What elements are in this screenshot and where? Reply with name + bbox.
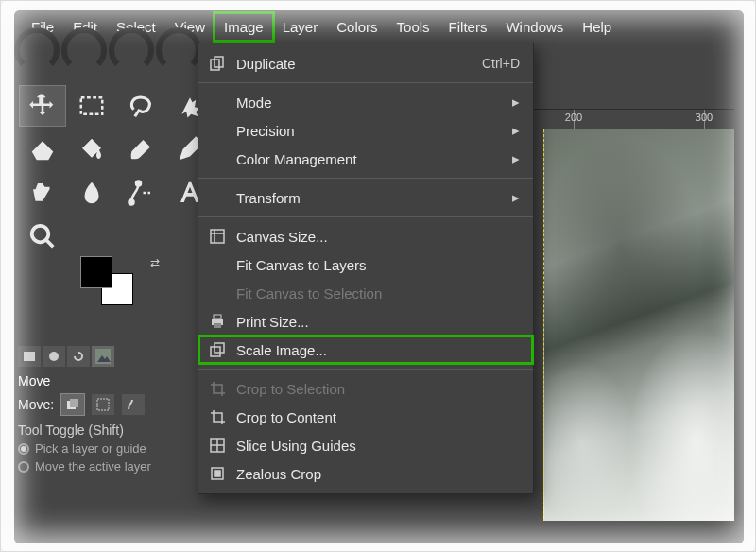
- radio-move-active[interactable]: Move the active layer: [18, 459, 207, 474]
- move-mode-path[interactable]: [122, 394, 145, 415]
- svg-rect-9: [70, 399, 78, 407]
- tool-free-select[interactable]: [118, 86, 163, 126]
- tool-rect-select[interactable]: [69, 86, 114, 126]
- svg-rect-13: [211, 230, 224, 243]
- menu-mode-label: Mode: [236, 95, 503, 111]
- menu-separator: [198, 216, 533, 217]
- tool-zoom[interactable]: [20, 216, 65, 256]
- menu-separator: [198, 178, 533, 179]
- tool-options-title: Move: [18, 373, 207, 388]
- menu-scale-image[interactable]: Scale Image...: [198, 336, 533, 364]
- menu-filters[interactable]: Filters: [439, 13, 497, 41]
- menu-windows[interactable]: Windows: [496, 13, 573, 41]
- menu-help[interactable]: Help: [573, 13, 621, 41]
- menu-separator: [198, 369, 533, 370]
- menu-transform[interactable]: Transform ▸: [198, 183, 533, 212]
- menu-image[interactable]: Image: [215, 13, 273, 41]
- menu-layer[interactable]: Layer: [273, 13, 328, 41]
- menu-duplicate-accel: Ctrl+D: [482, 56, 520, 71]
- svg-rect-17: [211, 347, 220, 356]
- menu-slice-guides[interactable]: Slice Using Guides: [198, 431, 533, 459]
- tool-clone[interactable]: [20, 173, 65, 213]
- chevron-right-icon: ▸: [512, 189, 520, 206]
- menu-fit-canvas-selection-label: Fit Canvas to Selection: [236, 285, 520, 302]
- move-mode-layer[interactable]: [61, 394, 84, 415]
- svg-rect-4: [24, 352, 35, 361]
- menu-fit-canvas-layers[interactable]: Fit Canvas to Layers: [198, 250, 533, 279]
- scale-icon: [208, 340, 227, 359]
- svg-point-1: [129, 200, 134, 205]
- wilber-decoration: [20, 46, 205, 82]
- radio-pick-layer-label: Pick a layer or guide: [35, 441, 146, 456]
- chevron-right-icon: ▸: [512, 122, 520, 139]
- svg-rect-18: [215, 343, 224, 353]
- dock-tab-device[interactable]: [43, 346, 65, 367]
- slice-icon: [208, 436, 227, 455]
- menu-separator: [198, 82, 533, 83]
- tool-paintbrush[interactable]: [118, 129, 163, 169]
- color-swatches[interactable]: ⇄: [80, 256, 146, 307]
- menu-mode[interactable]: Mode ▸: [198, 88, 533, 116]
- menu-tools[interactable]: Tools: [387, 13, 439, 41]
- svg-rect-16: [214, 323, 221, 328]
- dock-tab-tool-options[interactable]: [18, 346, 41, 367]
- menu-duplicate[interactable]: Duplicate Ctrl+D: [198, 49, 533, 78]
- menu-colors[interactable]: Colors: [327, 13, 387, 41]
- menu-fit-canvas-selection: Fit Canvas to Selection: [198, 279, 533, 307]
- ruler-tick-300: 300: [696, 112, 713, 123]
- menu-print-size[interactable]: Print Size...: [198, 307, 533, 336]
- print-icon: [208, 312, 227, 331]
- zealous-crop-icon: [208, 464, 227, 483]
- swatch-fg[interactable]: [80, 256, 112, 288]
- tool-smudge[interactable]: [69, 173, 114, 213]
- menu-crop-selection-label: Crop to Selection: [236, 381, 520, 397]
- canvas-size-icon: [208, 227, 227, 246]
- menu-zealous-crop-label: Zealous Crop: [236, 466, 520, 482]
- menu-canvas-size[interactable]: Canvas Size...: [198, 222, 533, 250]
- menu-fit-canvas-layers-label: Fit Canvas to Layers: [236, 257, 520, 273]
- menu-slice-guides-label: Slice Using Guides: [236, 438, 520, 454]
- radio-move-active-label: Move the active layer: [35, 459, 151, 474]
- menu-duplicate-label: Duplicate: [236, 56, 472, 72]
- radio-pick-layer[interactable]: Pick a layer or guide: [18, 441, 207, 456]
- svg-point-3: [32, 226, 49, 243]
- dock-tab-undo[interactable]: [67, 346, 90, 367]
- menu-scale-image-label: Scale Image...: [236, 342, 520, 358]
- tool-crop[interactable]: [20, 129, 65, 169]
- swap-colors-icon[interactable]: ⇄: [150, 256, 160, 269]
- svg-rect-0: [81, 97, 103, 114]
- menu-color-management-label: Color Management: [236, 151, 503, 167]
- move-mode-selection[interactable]: [92, 394, 114, 415]
- menu-crop-content[interactable]: Crop to Content: [198, 403, 533, 431]
- toolbox: [20, 86, 209, 256]
- chevron-right-icon: ▸: [512, 94, 520, 111]
- move-label: Move:: [18, 397, 54, 412]
- duplicate-icon: [208, 54, 227, 73]
- menu-precision[interactable]: Precision ▸: [198, 116, 533, 145]
- ruler-tick-200: 200: [565, 112, 582, 123]
- chevron-right-icon: ▸: [512, 150, 520, 167]
- menu-crop-selection: Crop to Selection: [198, 374, 533, 403]
- svg-point-2: [136, 181, 141, 186]
- menu-crop-content-label: Crop to Content: [236, 409, 520, 425]
- menu-transform-label: Transform: [236, 190, 503, 206]
- tool-options-dock: Move Move: Tool Toggle (Shift) Pick a la…: [18, 345, 207, 474]
- menu-canvas-size-label: Canvas Size...: [236, 229, 520, 245]
- svg-point-5: [49, 352, 59, 361]
- image-menu-dropdown: Duplicate Ctrl+D Mode ▸ Precision ▸ Colo…: [198, 43, 534, 494]
- menu-precision-label: Precision: [236, 123, 503, 139]
- menu-print-size-label: Print Size...: [236, 314, 520, 330]
- ruler-horizontal[interactable]: 200 300: [528, 109, 734, 129]
- menu-color-management[interactable]: Color Management ▸: [198, 145, 533, 173]
- image-canvas[interactable]: [543, 129, 734, 521]
- dock-tab-image[interactable]: [92, 346, 114, 367]
- crop-icon: [208, 407, 227, 426]
- tool-move[interactable]: [20, 86, 65, 126]
- svg-rect-21: [215, 471, 220, 476]
- tool-paths[interactable]: [118, 173, 163, 213]
- crop-icon: [208, 379, 227, 398]
- svg-rect-10: [97, 399, 109, 410]
- tool-bucket-fill[interactable]: [69, 129, 114, 169]
- svg-rect-15: [214, 315, 221, 319]
- menu-zealous-crop[interactable]: Zealous Crop: [198, 459, 533, 488]
